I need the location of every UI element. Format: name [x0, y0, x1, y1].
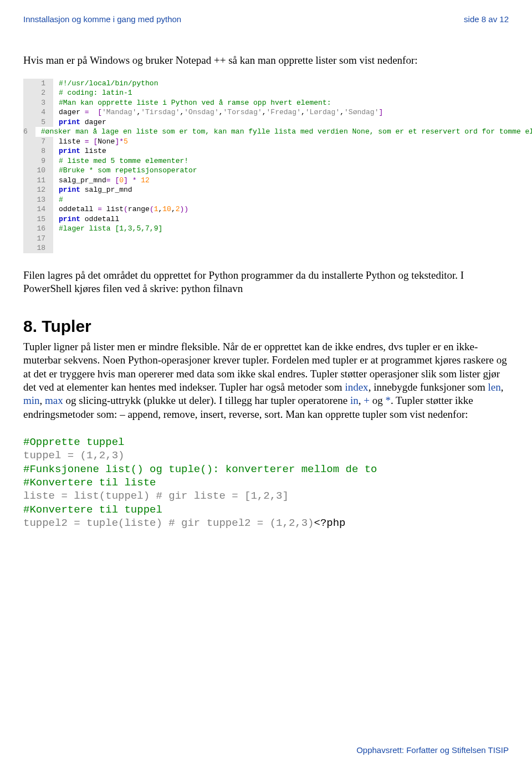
- code-line: #!/usr/local/bin/python: [53, 79, 509, 88]
- code-line: oddetall = list(range(1,10,2)): [53, 205, 509, 213]
- code-row: 7liste = [None]*5: [23, 137, 509, 147]
- code-row: 15print oddetall: [23, 214, 509, 224]
- page-footer: Opphavsrett: Forfatter og Stiftelsen TIS…: [356, 745, 509, 755]
- inline-link[interactable]: index: [345, 381, 368, 393]
- code-row: 17: [23, 234, 509, 244]
- code-line: print dager: [53, 118, 509, 126]
- line-number: 2: [23, 88, 53, 98]
- page: Innstallasjon og komme i gang med python…: [0, 0, 532, 530]
- code-row: 18: [23, 243, 509, 253]
- code-line: # coding: latin-1: [53, 89, 509, 97]
- code-row: 10#Bruke * som repetisjonsoperator: [23, 166, 509, 176]
- code-line: #: [53, 196, 509, 204]
- code-line: #Bruke * som repetisjonsoperator: [53, 166, 509, 175]
- line-number: 6: [23, 127, 35, 137]
- code-line: liste = list(tuppel) # gir liste = [1,2,…: [23, 489, 509, 503]
- inline-link[interactable]: in: [350, 395, 359, 406]
- inline-link[interactable]: len: [488, 381, 500, 393]
- code-line: #Funksjonene list() og tuple(): konverte…: [23, 463, 509, 476]
- page-header: Innstallasjon og komme i gang med python…: [23, 14, 509, 24]
- header-left: Innstallasjon og komme i gang med python: [23, 14, 181, 24]
- code-row: 6#ønsker man å lage en liste som er tom,…: [23, 127, 509, 137]
- line-number: 18: [23, 243, 53, 253]
- code-row: 16#lager lista [1,3,5,7,9]: [23, 224, 509, 234]
- line-number: 15: [23, 214, 53, 224]
- code-row: 4dager = ['Mandag','Tirsdag','Onsdag','T…: [23, 107, 509, 117]
- code-line: #Konvertere til liste: [23, 476, 509, 489]
- line-number: 9: [23, 156, 53, 166]
- line-number: 8: [23, 146, 53, 156]
- code-line: salg_pr_mnd= [0] * 12: [53, 176, 509, 185]
- code-line: #lager lista [1,3,5,7,9]: [53, 224, 509, 233]
- code-line: tuppel = (1,2,3): [23, 449, 509, 462]
- inline-link[interactable]: +: [364, 395, 370, 406]
- code-row: 3#Man kan opprette liste i Python ved å …: [23, 98, 509, 108]
- code-line: #Konvertere til tuppel: [23, 503, 509, 516]
- code-line: liste = [None]*5: [53, 137, 509, 146]
- code-line: print liste: [53, 147, 509, 155]
- code-line: #Opprette tuppel: [23, 436, 509, 449]
- code-line: #ønsker man å lage en liste som er tom, …: [35, 127, 532, 136]
- code-line: # liste med 5 tomme elementer!: [53, 157, 509, 165]
- code-line: tuppel2 = tuple(liste) # gir tuppel2 = (…: [23, 516, 509, 530]
- code-block-tupler: #Opprette tuppeltuppel = (1,2,3) #Funksj…: [23, 436, 509, 530]
- section-heading-tupler: 8. Tupler: [23, 317, 509, 336]
- code-line: #Man kan opprette liste i Python ved å r…: [53, 99, 509, 107]
- code-row: 11salg_pr_mnd= [0] * 12: [23, 176, 509, 186]
- line-number: 4: [23, 107, 53, 117]
- code-row: 5print dager: [23, 117, 509, 127]
- inline-link[interactable]: max: [45, 395, 63, 406]
- code-row: 2# coding: latin-1: [23, 88, 509, 98]
- code-line: print oddetall: [53, 215, 509, 223]
- line-number: 14: [23, 204, 53, 214]
- after-code-paragraph: Filen lagres på det området du opprettet…: [23, 269, 509, 296]
- line-number: 16: [23, 224, 53, 234]
- inline-link[interactable]: min: [23, 395, 40, 406]
- code-line: print salg_pr_mnd: [53, 186, 509, 194]
- line-number: 1: [23, 79, 53, 89]
- line-number: 10: [23, 166, 53, 176]
- code-row: 9# liste med 5 tomme elementer!: [23, 156, 509, 166]
- code-row: 12print salg_pr_mnd: [23, 185, 509, 195]
- line-number: 11: [23, 176, 53, 186]
- line-number: 13: [23, 195, 53, 205]
- code-row: 1#!/usr/local/bin/python: [23, 79, 509, 89]
- code-row: 14oddetall = list(range(1,10,2)): [23, 204, 509, 214]
- line-number: 12: [23, 185, 53, 195]
- code-line: dager = ['Mandag','Tirsdag','Onsdag','To…: [53, 108, 509, 116]
- tupler-body-paragraph: Tupler ligner på lister men er mindre fl…: [23, 340, 509, 421]
- code-editor-screenshot: 1#!/usr/local/bin/python2# coding: latin…: [23, 79, 509, 253]
- line-number: 7: [23, 137, 53, 147]
- line-number: 17: [23, 234, 53, 244]
- intro-paragraph: Hvis man er på Windows og bruker Notepad…: [23, 54, 509, 68]
- line-number: 5: [23, 117, 53, 127]
- line-number: 3: [23, 98, 53, 108]
- inline-link[interactable]: *: [385, 395, 391, 406]
- header-right: side 8 av 12: [464, 14, 509, 24]
- code-row: 8print liste: [23, 146, 509, 156]
- code-row: 13#: [23, 195, 509, 205]
